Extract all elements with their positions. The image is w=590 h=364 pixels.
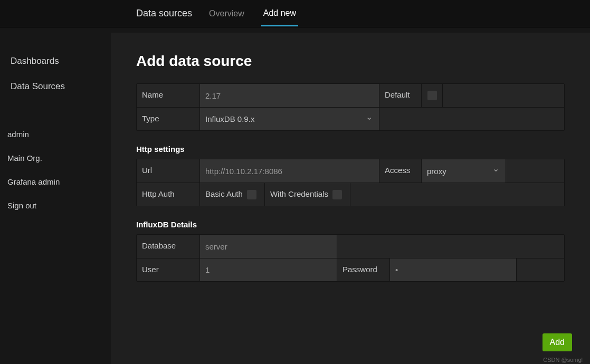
name-label: Name [137, 84, 200, 107]
password-label: Password [337, 258, 390, 281]
topbar: Data sources Overview Add new [0, 0, 590, 27]
form-group-influx: Database User Password [136, 234, 565, 282]
basicauth-label: Basic Auth [200, 183, 247, 206]
url-input[interactable] [200, 167, 379, 176]
row-url: Url Access proxy [137, 159, 564, 183]
type-select[interactable]: InfluxDB 0.9.x [200, 114, 379, 123]
form-group-basic: Name Default Type InfluxDB 0.9.x [136, 83, 565, 131]
form-group-http: Url Access proxy Http Auth Basic Auth Wi… [136, 159, 565, 206]
sidebar-item-dashboards[interactable]: Dashboards [0, 49, 106, 74]
user-input[interactable] [200, 265, 337, 274]
row-httpauth: Http Auth Basic Auth With Credentials [137, 183, 564, 206]
page-title: Add data source [136, 53, 565, 70]
withcreds-label: With Credentials [265, 183, 332, 206]
access-label: Access [379, 159, 422, 183]
content: Add data source Name Default Type Influx… [111, 33, 590, 364]
sidebar-item-main-org[interactable]: Main Org. [0, 146, 106, 170]
watermark: CSDN @somgl [543, 357, 583, 363]
password-input[interactable] [390, 265, 516, 274]
page-section-title: Data sources [136, 8, 192, 19]
default-checkbox[interactable] [427, 91, 437, 100]
basicauth-checkbox[interactable] [247, 190, 256, 199]
withcreds-checkbox[interactable] [332, 190, 342, 199]
sidebar-item-signout[interactable]: Sign out [0, 194, 106, 217]
user-label: User [137, 258, 200, 281]
name-input[interactable] [200, 91, 379, 100]
sidebar-item-datasources[interactable]: Data Sources [0, 74, 106, 99]
tab-overview[interactable]: Overview [207, 2, 246, 26]
row-database: Database [137, 235, 564, 258]
httpauth-label: Http Auth [137, 183, 200, 206]
http-settings-title: Http settings [136, 145, 565, 154]
sidebar: Dashboards Data Sources admin Main Org. … [0, 27, 106, 364]
access-select[interactable]: proxy [422, 167, 506, 176]
url-label: Url [137, 159, 200, 183]
sidebar-item-admin[interactable]: admin [0, 122, 106, 146]
default-label: Default [379, 84, 422, 107]
type-label: Type [137, 108, 200, 130]
sidebar-item-grafana-admin[interactable]: Grafana admin [0, 170, 106, 194]
database-label: Database [137, 235, 200, 258]
tab-add-new[interactable]: Add new [261, 1, 298, 26]
row-name: Name Default [137, 84, 564, 107]
row-type: Type InfluxDB 0.9.x [137, 107, 564, 130]
influx-details-title: InfluxDB Details [136, 220, 565, 229]
add-button[interactable]: Add [543, 333, 572, 351]
database-input[interactable] [200, 242, 337, 251]
row-user: User Password [137, 258, 564, 281]
